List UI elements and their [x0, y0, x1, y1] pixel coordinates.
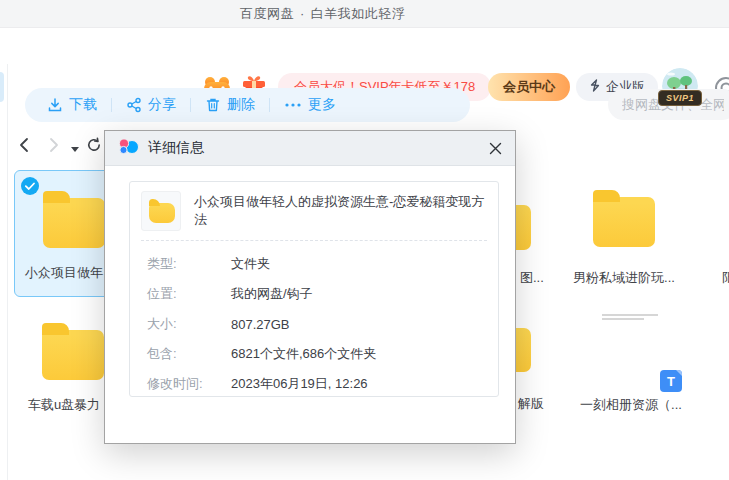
detail-file-name: 小众项目做年轻人的虚拟资源生意-恋爱秘籍变现方法	[194, 193, 487, 229]
dialog-title: 详细信息	[148, 139, 204, 157]
file-name: 解版	[518, 395, 544, 413]
file-name: 小众项目做年	[15, 264, 113, 282]
detail-value: 807.27GB	[231, 317, 290, 332]
preview-text-line	[602, 318, 644, 320]
detail-row-location: 位置: 我的网盘/钩子	[147, 279, 498, 309]
selected-check-icon[interactable]	[21, 177, 39, 195]
file-name: 车载u盘暴力	[14, 396, 114, 414]
folder-icon	[42, 330, 104, 380]
detail-label: 包含:	[147, 345, 231, 363]
detail-rows: 类型: 文件夹 位置: 我的网盘/钩子 大小: 807.27GB 包含: 682…	[130, 241, 498, 399]
download-icon	[47, 97, 63, 113]
folder-icon	[593, 197, 655, 247]
forward-button[interactable]	[46, 136, 62, 158]
window-title: 百度网盘·白羊我如此轻浮	[240, 0, 411, 28]
download-button[interactable]: 下载	[33, 88, 111, 122]
file-name-edge: 阳	[722, 269, 729, 287]
file-action-toolbar: 下载 分享 删除 更多	[25, 88, 470, 122]
share-icon	[126, 97, 142, 113]
history-dropdown-caret[interactable]	[71, 147, 79, 152]
file-info-panel: 小众项目做年轻人的虚拟资源生意-恋爱秘籍变现方法 类型: 文件夹 位置: 我的网…	[129, 181, 499, 397]
details-dialog: 详细信息 小众项目做年轻人的虚拟资源生意-恋爱秘籍变现方法 类型: 文件夹 位置…	[104, 130, 516, 444]
title-bar: 百度网盘·白羊我如此轻浮	[0, 0, 729, 28]
detail-label: 大小:	[147, 315, 231, 333]
more-label: 更多	[308, 96, 336, 114]
preview-text-line	[602, 314, 658, 316]
file-tile-selected[interactable]: 小众项目做年	[14, 170, 114, 297]
folder-icon	[43, 198, 105, 248]
title-separator: ·	[300, 6, 305, 21]
svip-badge-text: SVIP1	[666, 93, 694, 103]
detail-label: 类型:	[147, 255, 231, 273]
badge-letter: T	[667, 374, 675, 389]
detail-value: 6821个文件,686个文件夹	[231, 345, 376, 363]
detail-row-modified: 修改时间: 2023年06月19日, 12:26	[147, 369, 498, 399]
delete-label: 删除	[227, 96, 255, 114]
refresh-button[interactable]	[86, 137, 102, 157]
trash-icon	[205, 97, 221, 113]
share-label: 分享	[148, 96, 176, 114]
file-tile[interactable]: 车载u盘暴力	[14, 310, 114, 420]
more-dots-icon	[284, 97, 302, 113]
download-label: 下载	[69, 96, 97, 114]
file-tile-album[interactable]: T 一刻相册资源（...	[572, 310, 690, 420]
file-type-thumbnail	[141, 191, 181, 231]
netdisk-logo-icon	[118, 137, 139, 159]
enterprise-icon	[589, 79, 601, 95]
vip-center-label: 会员中心	[503, 78, 555, 96]
detail-row-size: 大小: 807.27GB	[147, 309, 498, 339]
close-icon[interactable]	[489, 142, 502, 155]
folder-icon	[149, 203, 175, 223]
app-name: 百度网盘	[240, 6, 294, 21]
sidebar-divider	[7, 64, 8, 480]
back-button[interactable]	[16, 136, 32, 158]
folder-icon-clipped[interactable]	[516, 328, 531, 372]
detail-value: 文件夹	[231, 255, 270, 273]
file-name: 图...	[520, 269, 544, 287]
folder-icon-clipped[interactable]	[516, 205, 531, 250]
more-button[interactable]: 更多	[270, 88, 350, 122]
vip-center-button[interactable]: 会员中心	[488, 73, 570, 101]
svip-level-badge: SVIP1	[658, 90, 702, 106]
document-title: 白羊我如此轻浮	[311, 6, 406, 21]
detail-value: 我的网盘/钩子	[231, 285, 313, 303]
detail-label: 修改时间:	[147, 375, 231, 393]
file-name: 一刻相册资源（...	[572, 396, 690, 414]
share-button[interactable]: 分享	[112, 88, 190, 122]
baidu-netdisk-window: { "title_bar": { "app_name": "百度网盘", "se…	[0, 0, 729, 480]
detail-label: 位置:	[147, 285, 231, 303]
detail-value: 2023年06月19日, 12:26	[231, 375, 368, 393]
file-summary-row: 小众项目做年轻人的虚拟资源生意-恋爱秘籍变现方法	[130, 182, 498, 240]
file-tile[interactable]: 男粉私域进阶玩...	[568, 172, 680, 292]
sidebar-selected-sliver	[0, 72, 4, 102]
header-bar: 会员大促！SVIP年卡低至￥178 会员中心 企业版 SVIP1	[0, 28, 729, 85]
file-name: 男粉私域进阶玩...	[568, 269, 680, 287]
delete-button[interactable]: 删除	[191, 88, 269, 122]
text-file-badge: T	[660, 370, 682, 392]
detail-row-type: 类型: 文件夹	[147, 249, 498, 279]
detail-row-contains: 包含: 6821个文件,686个文件夹	[147, 339, 498, 369]
dialog-header[interactable]: 详细信息	[105, 131, 515, 166]
